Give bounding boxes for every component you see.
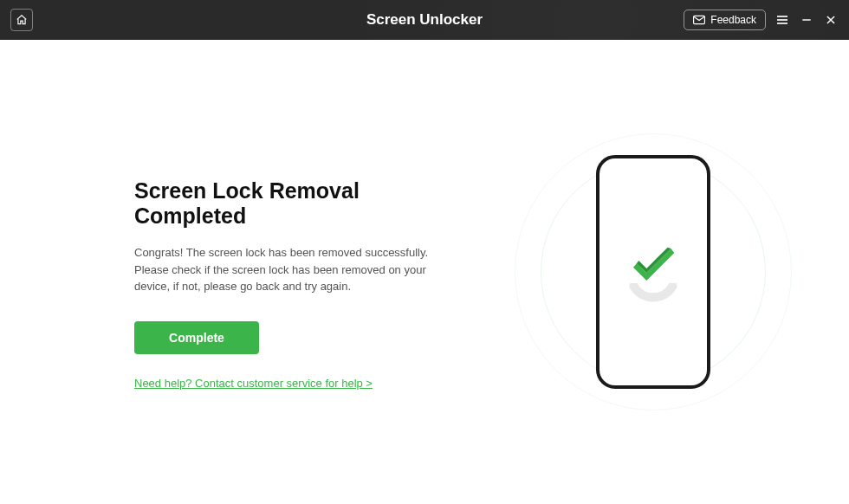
menu-icon: [775, 13, 789, 27]
content-area: Screen Lock Removal Completed Congrats! …: [0, 40, 849, 504]
phone-illustration: [523, 142, 783, 402]
home-icon: [16, 14, 28, 26]
home-button[interactable]: [10, 9, 33, 31]
minimize-icon: [800, 14, 813, 26]
smile-icon: [625, 283, 681, 311]
page-heading: Screen Lock Removal Completed: [134, 178, 457, 229]
left-column: Screen Lock Removal Completed Congrats! …: [0, 40, 492, 504]
titlebar: Screen Unlocker Feedback: [0, 0, 849, 40]
complete-button[interactable]: Complete: [134, 321, 259, 354]
menu-button[interactable]: [774, 12, 790, 28]
checkmark-icon: [625, 233, 681, 288]
phone-outline: [596, 155, 710, 389]
page-description: Congrats! The screen lock has been remov…: [134, 244, 457, 295]
titlebar-right: Feedback: [684, 10, 839, 30]
mail-icon: [693, 15, 705, 25]
right-column: [492, 40, 850, 504]
app-title: Screen Unlocker: [366, 11, 483, 29]
feedback-button[interactable]: Feedback: [684, 10, 766, 30]
help-link[interactable]: Need help? Contact customer service for …: [134, 377, 373, 390]
minimize-button[interactable]: [799, 12, 814, 28]
close-button[interactable]: [823, 12, 839, 28]
close-icon: [825, 14, 837, 26]
phone-inner: [625, 233, 681, 311]
feedback-label: Feedback: [710, 14, 756, 26]
